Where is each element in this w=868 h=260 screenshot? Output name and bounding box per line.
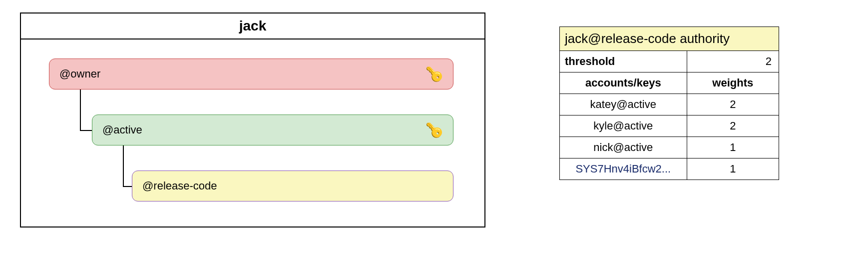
- account-cell: nick@active: [560, 137, 687, 158]
- account-cell: katey@active: [560, 94, 687, 116]
- authority-title: jack@release-code authority: [560, 27, 779, 51]
- account-cell-key: SYS7Hnv4iBfcw2...: [560, 158, 687, 180]
- account-cell: kyle@active: [560, 116, 687, 137]
- table-row: kyle@active 2: [560, 116, 779, 137]
- authority-title-row: jack@release-code authority: [560, 27, 779, 51]
- key-icon: 🔑: [426, 122, 442, 139]
- key-icon: 🔑: [426, 66, 442, 83]
- weight-cell: 1: [687, 137, 779, 158]
- permission-active: @active 🔑: [92, 114, 453, 146]
- table-row: nick@active 1: [560, 137, 779, 158]
- table-row: SYS7Hnv4iBfcw2... 1: [560, 158, 779, 180]
- permission-label: @release-code: [142, 180, 217, 192]
- authority-header-row: accounts/keys weights: [560, 72, 779, 94]
- threshold-value: 2: [687, 51, 779, 72]
- permission-label: @active: [102, 124, 142, 136]
- authority-table: jack@release-code authority threshold 2 …: [559, 26, 779, 180]
- tree-connector: [80, 90, 81, 130]
- threshold-row: threshold 2: [560, 51, 779, 72]
- weight-cell: 2: [687, 94, 779, 116]
- accounts-header: accounts/keys: [560, 72, 687, 94]
- account-name: jack: [21, 14, 484, 40]
- permission-label: @owner: [59, 68, 100, 80]
- tree-connector: [80, 130, 92, 131]
- permission-tree: @owner 🔑 @active 🔑 @release-code: [21, 40, 484, 226]
- diagram-canvas: jack @owner 🔑 @active 🔑 @release-code: [0, 0, 868, 260]
- weight-cell: 2: [687, 116, 779, 137]
- permission-release-code: @release-code: [132, 170, 453, 202]
- table-row: katey@active 2: [560, 94, 779, 116]
- tree-connector: [123, 186, 132, 187]
- weights-header: weights: [687, 72, 779, 94]
- account-box: jack @owner 🔑 @active 🔑 @release-code: [20, 12, 485, 228]
- weight-cell: 1: [687, 158, 779, 180]
- tree-connector: [123, 146, 124, 186]
- threshold-label: threshold: [560, 51, 687, 72]
- permission-owner: @owner 🔑: [49, 58, 453, 90]
